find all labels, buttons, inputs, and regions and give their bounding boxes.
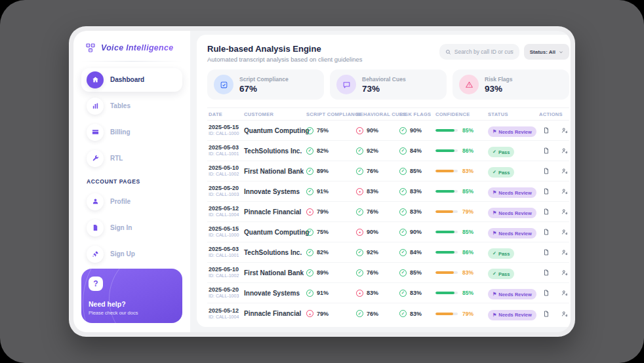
call-id: ID: CALL-1000 bbox=[209, 233, 244, 238]
view-transcript-icon[interactable] bbox=[543, 229, 550, 235]
view-transcript-icon[interactable] bbox=[543, 269, 550, 276]
metric-status-icon: ✓ bbox=[399, 147, 407, 155]
script-compliance-cell: ✓ 75% bbox=[306, 229, 356, 236]
brand-name: Voice Intelligence bbox=[101, 43, 174, 52]
metric-status-icon: ✓ bbox=[306, 188, 313, 195]
actions-cell bbox=[539, 249, 568, 256]
risk-flags-cell: ✓ 85% bbox=[399, 269, 435, 277]
column-header: ACTIONS bbox=[539, 111, 568, 117]
sidebar-divider bbox=[81, 61, 182, 62]
stat-label: Risk Flags bbox=[485, 76, 513, 83]
status-badge[interactable]: ✓ Pass bbox=[488, 269, 514, 279]
status-badge-icon: ✓ bbox=[493, 149, 496, 155]
table-row[interactable]: 2025-05-20 ID: CALL-1003 Innovate System… bbox=[207, 182, 569, 202]
metric-status-icon: ✓ bbox=[306, 168, 313, 175]
table-row[interactable]: 2025-05-12 ID: CALL-1004 Pinnacle Financ… bbox=[207, 303, 569, 324]
sidebar-item-billing[interactable]: Billing bbox=[81, 121, 182, 144]
table-row[interactable]: 2025-05-03 ID: CALL-1001 TechSolutions I… bbox=[207, 242, 569, 263]
confidence-value: 79% bbox=[462, 311, 473, 317]
stat-label: Behavioral Cues bbox=[362, 76, 406, 83]
risk-flags-cell: ✓ 90% bbox=[399, 229, 435, 236]
assign-reviewer-icon[interactable] bbox=[561, 127, 568, 134]
table-row[interactable]: 2025-05-20 ID: CALL-1003 Innovate System… bbox=[207, 283, 569, 303]
metric-value: 75% bbox=[317, 127, 329, 134]
stat-card-script-compliance: Script Compliance 67% bbox=[207, 69, 324, 100]
confidence-bar bbox=[435, 271, 458, 274]
view-transcript-icon[interactable] bbox=[543, 147, 550, 154]
sidebar-item-rtl[interactable]: RTL bbox=[81, 147, 182, 170]
status-cell: ✓ Pass bbox=[488, 246, 539, 259]
sidebar-item-label: Sign Up bbox=[110, 250, 135, 258]
confidence-cell: 85% bbox=[435, 188, 488, 195]
metric-status-icon: ✓ bbox=[399, 168, 407, 175]
call-date: 2025-05-20 bbox=[209, 286, 244, 294]
metric-value: 90% bbox=[367, 127, 378, 134]
sidebar-item-dashboard[interactable]: Dashboard bbox=[81, 68, 182, 92]
status-badge-label: Pass bbox=[498, 149, 510, 155]
status-badge[interactable]: ⚑ Needs Review bbox=[488, 289, 536, 299]
status-badge[interactable]: ✓ Pass bbox=[488, 147, 514, 157]
assign-reviewer-icon[interactable] bbox=[561, 168, 568, 174]
assign-reviewer-icon[interactable] bbox=[561, 147, 568, 154]
confidence-value: 79% bbox=[462, 208, 473, 215]
table-row[interactable]: 2025-05-15 ID: CALL-1000 Quantum Computi… bbox=[207, 222, 569, 242]
view-transcript-icon[interactable] bbox=[543, 188, 550, 195]
call-id: ID: CALL-1003 bbox=[209, 294, 244, 299]
confidence-value: 85% bbox=[462, 188, 473, 195]
script-compliance-cell: ✓ 91% bbox=[306, 188, 356, 195]
bar-chart-icon bbox=[87, 98, 104, 115]
sidebar-item-sign-in[interactable]: Sign In bbox=[81, 216, 182, 240]
search-input[interactable] bbox=[454, 48, 513, 55]
status-badge-label: Needs Review bbox=[498, 312, 531, 318]
status-badge[interactable]: ⚑ Needs Review bbox=[488, 228, 536, 239]
status-cell: ⚑ Needs Review bbox=[488, 307, 539, 320]
status-badge[interactable]: ⚑ Needs Review bbox=[488, 208, 536, 218]
view-transcript-icon[interactable] bbox=[543, 208, 550, 215]
status-badge[interactable]: ✓ Pass bbox=[488, 167, 514, 178]
brand: Voice Intelligence bbox=[81, 41, 182, 61]
table-row[interactable]: 2025-05-12 ID: CALL-1004 Pinnacle Financ… bbox=[207, 202, 569, 222]
view-transcript-icon[interactable] bbox=[543, 311, 550, 317]
search-box[interactable] bbox=[439, 44, 519, 60]
confidence-cell: 79% bbox=[435, 208, 488, 215]
view-transcript-icon[interactable] bbox=[543, 127, 550, 134]
call-id: ID: CALL-1000 bbox=[209, 131, 244, 136]
assign-reviewer-icon[interactable] bbox=[561, 188, 568, 195]
sidebar-item-tables[interactable]: Tables bbox=[81, 94, 182, 118]
view-transcript-icon[interactable] bbox=[543, 249, 550, 256]
assign-reviewer-icon[interactable] bbox=[561, 269, 568, 276]
status-badge[interactable]: ⚑ Needs Review bbox=[488, 187, 536, 198]
status-filter-dropdown[interactable]: Status: All bbox=[524, 44, 569, 60]
status-badge-label: Pass bbox=[498, 271, 510, 277]
assign-reviewer-icon[interactable] bbox=[561, 249, 568, 256]
status-cell: ✓ Pass bbox=[488, 266, 539, 279]
script-compliance-cell: ✓ 89% bbox=[306, 269, 356, 277]
help-title: Need help? bbox=[89, 300, 175, 308]
call-date: 2025-05-10 bbox=[209, 266, 244, 273]
assign-reviewer-icon[interactable] bbox=[561, 208, 568, 215]
behavioral-cues-cell: ● 90% bbox=[356, 127, 399, 134]
confidence-cell: 85% bbox=[435, 229, 488, 235]
table-row[interactable]: 2025-05-10 ID: CALL-1002 First National … bbox=[207, 161, 569, 182]
sidebar-item-sign-up[interactable]: Sign Up bbox=[81, 242, 182, 266]
table-row[interactable]: 2025-05-15 ID: CALL-1000 Quantum Computi… bbox=[207, 121, 569, 141]
view-transcript-icon[interactable] bbox=[543, 290, 550, 296]
metric-value: 85% bbox=[410, 269, 422, 276]
status-badge[interactable]: ⚑ Needs Review bbox=[488, 310, 536, 320]
status-badge-label: Pass bbox=[498, 251, 510, 257]
metric-status-icon: ✓ bbox=[306, 249, 313, 256]
assign-reviewer-icon[interactable] bbox=[561, 229, 568, 235]
status-badge[interactable]: ⚑ Needs Review bbox=[488, 126, 536, 137]
user-icon bbox=[87, 193, 104, 210]
assign-reviewer-icon[interactable] bbox=[561, 311, 568, 317]
table-row[interactable]: 2025-05-10 ID: CALL-1002 First National … bbox=[207, 263, 569, 283]
confidence-value: 83% bbox=[462, 269, 473, 276]
assign-reviewer-icon[interactable] bbox=[561, 290, 568, 296]
status-badge[interactable]: ✓ Pass bbox=[488, 248, 514, 259]
page-title: Rule-based Analysis Engine bbox=[207, 44, 363, 54]
view-transcript-icon[interactable] bbox=[543, 168, 550, 174]
table-row[interactable]: 2025-05-03 ID: CALL-1001 TechSolutions I… bbox=[207, 141, 569, 161]
risk-flags-cell: ✓ 83% bbox=[399, 208, 435, 216]
behavioral-cues-cell: ✓ 92% bbox=[356, 147, 399, 155]
sidebar-item-profile[interactable]: Profile bbox=[81, 190, 182, 214]
